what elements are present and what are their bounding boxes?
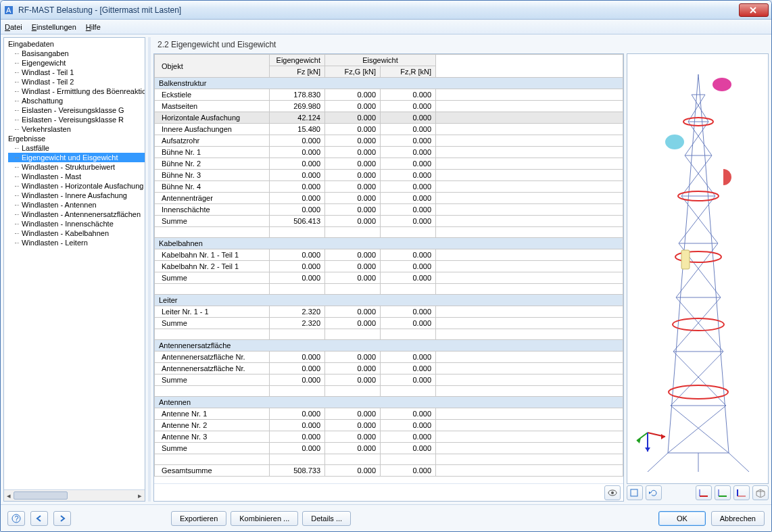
- cell-value: [325, 454, 381, 465]
- tree-item[interactable]: Eislasten - Vereisungsklasse R: [8, 115, 145, 124]
- table-row[interactable]: Summe0.0000.0000.000: [155, 443, 623, 454]
- tree-item[interactable]: Verkehrslasten: [8, 124, 145, 134]
- tree-item[interactable]: Abschattung: [8, 96, 145, 105]
- ok-button[interactable]: OK: [658, 511, 706, 526]
- axis-gizmo-icon: [637, 433, 665, 452]
- table-group-row[interactable]: Kabelbahnen: [155, 238, 623, 249]
- table-row[interactable]: Antennenträger0.0000.0000.000: [155, 193, 623, 204]
- table-group-row[interactable]: Antennen: [155, 397, 623, 408]
- tree-item[interactable]: Eislasten - Vereisungsklasse G: [8, 105, 145, 115]
- splitter[interactable]: [148, 37, 151, 502]
- tree-item[interactable]: Windlast - Teil 2: [8, 77, 145, 87]
- table-toolbar: [154, 483, 623, 501]
- tree-item[interactable]: Basisangaben: [8, 49, 145, 58]
- tree-item[interactable]: Windlasten - Mast: [8, 172, 145, 181]
- table-row[interactable]: [155, 386, 623, 397]
- model-viewer[interactable]: [627, 53, 769, 484]
- tree-item[interactable]: Windlasten - Strukturbeiwert: [8, 162, 145, 172]
- table-row[interactable]: [155, 329, 623, 340]
- sync-icon: [648, 488, 659, 498]
- table-row[interactable]: Bühne Nr. 40.0000.0000.000: [155, 181, 623, 193]
- table-row[interactable]: [155, 284, 623, 295]
- tree-item[interactable]: Windlast - Teil 1: [8, 68, 145, 77]
- tree-item[interactable]: Windlasten - Antennen: [8, 200, 145, 210]
- tree-item[interactable]: Windlasten - Kabelbahnen: [8, 228, 145, 238]
- details-button[interactable]: Details ...: [302, 511, 351, 526]
- table-row[interactable]: Mastseiten269.9800.0000.000: [155, 101, 623, 112]
- tree-item[interactable]: Windlasten - Antennenersatzflächen: [8, 210, 145, 219]
- tree[interactable]: Eingabedaten BasisangabenEigengewichtWin…: [4, 38, 145, 489]
- help-button[interactable]: ?: [7, 511, 25, 526]
- table-row[interactable]: [155, 227, 623, 238]
- table-row[interactable]: Summe2.3200.0000.000: [155, 318, 623, 329]
- cell-value: 0.000: [325, 420, 381, 431]
- table-row[interactable]: Bühne Nr. 10.0000.0000.000: [155, 147, 623, 158]
- table-row[interactable]: Summe506.4130.0000.000: [155, 216, 623, 227]
- table-row[interactable]: [155, 454, 623, 465]
- export-button[interactable]: Exportieren: [171, 511, 226, 526]
- table-row[interactable]: Bühne Nr. 30.0000.0000.000: [155, 170, 623, 181]
- next-page-button[interactable]: [53, 511, 71, 526]
- tree-group-results[interactable]: Ergebnisse: [4, 134, 145, 143]
- cancel-button[interactable]: Abbrechen: [711, 511, 765, 526]
- table-row[interactable]: Antennenersatzfläche Nr.0.0000.0000.000: [155, 352, 623, 363]
- table-row[interactable]: Horizontale Ausfachung42.1240.0000.000: [155, 112, 623, 124]
- table-row[interactable]: Antenne Nr. 20.0000.0000.000: [155, 420, 623, 431]
- table-row[interactable]: Gesamtsumme508.7330.0000.000: [155, 465, 623, 477]
- table-group-row[interactable]: Leiter: [155, 295, 623, 306]
- cell-value: 0.000: [325, 306, 381, 318]
- view-filter-button[interactable]: [604, 485, 621, 500]
- tree-horizontal-scrollbar[interactable]: ◂ ▸: [4, 489, 145, 501]
- table-row[interactable]: Aufsatzrohr0.0000.0000.000: [155, 135, 623, 147]
- scroll-thumb[interactable]: [14, 491, 68, 500]
- tree-item[interactable]: Windlasten - Innere Ausfachung: [8, 191, 145, 200]
- table-row[interactable]: Innere Ausfachungen15.4800.0000.000: [155, 124, 623, 135]
- scroll-right-icon[interactable]: ▸: [135, 490, 145, 501]
- tree-item[interactable]: Lastfälle: [8, 143, 145, 153]
- table-row[interactable]: Bühne Nr. 20.0000.0000.000: [155, 158, 623, 170]
- cell-value: 0.000: [325, 249, 381, 261]
- menu-file[interactable]: Datei: [5, 23, 22, 31]
- table-row[interactable]: Antenne Nr. 30.0000.0000.000: [155, 431, 623, 443]
- tree-item[interactable]: Windlast - Ermittlung des Böenreaktions: [8, 87, 145, 96]
- tree-item[interactable]: Windlasten - Leitern: [8, 238, 145, 247]
- table-row[interactable]: Antennenersatzfläche Nr.0.0000.0000.000: [155, 363, 623, 374]
- table-row[interactable]: Eckstiele178.8300.0000.000: [155, 89, 623, 101]
- table-row[interactable]: Kabelbahn Nr. 2 - Teil 10.0000.0000.000: [155, 261, 623, 272]
- cell-value: 0.000: [325, 124, 381, 135]
- table-row[interactable]: Innenschächte0.0000.0000.000: [155, 204, 623, 216]
- cell-value: [381, 284, 436, 295]
- tree-item[interactable]: Eigengewicht: [8, 58, 145, 68]
- table-row[interactable]: Summe0.0000.0000.000: [155, 272, 623, 284]
- table-group-row[interactable]: Balkenstruktur: [155, 78, 623, 89]
- table-row[interactable]: Summe0.0000.0000.000: [155, 374, 623, 386]
- results-table[interactable]: Objekt Eigengewicht Eisgewicht Fz [kN] F…: [154, 54, 623, 477]
- prev-page-button[interactable]: [30, 511, 48, 526]
- tower-render: [627, 54, 769, 473]
- tree-item[interactable]: Windlasten - Horizontale Ausfachung: [8, 181, 145, 191]
- cell-object: Bühne Nr. 1: [155, 147, 270, 158]
- view-iso-button[interactable]: [752, 485, 769, 500]
- cell-value: 0.000: [270, 204, 325, 216]
- table-row[interactable]: Antenne Nr. 10.0000.0000.000: [155, 408, 623, 420]
- tree-group-input[interactable]: Eingabedaten: [4, 39, 145, 49]
- menu-settings[interactable]: Einstellungen: [32, 23, 76, 31]
- scroll-left-icon[interactable]: ◂: [4, 490, 14, 501]
- tree-item[interactable]: Windlasten - Innenschächte: [8, 219, 145, 228]
- table-row[interactable]: Leiter Nr. 1 - 12.3200.0000.000: [155, 306, 623, 318]
- cell-value: 0.000: [381, 374, 436, 386]
- table-group-row[interactable]: Antennenersatzfläche: [155, 340, 623, 352]
- viewer-tool-2-button[interactable]: [646, 485, 662, 500]
- tree-item[interactable]: Eigengewicht und Eisgewicht: [8, 153, 145, 162]
- viewer-tool-1-button[interactable]: [627, 485, 643, 500]
- view-y-button[interactable]: [715, 485, 731, 500]
- view-x-button[interactable]: [696, 485, 712, 500]
- cell-value: [436, 124, 623, 135]
- close-button[interactable]: [739, 3, 769, 17]
- combine-button[interactable]: Kombinieren ...: [231, 511, 298, 526]
- menu-help[interactable]: Hilfe: [86, 23, 101, 31]
- view-z-button[interactable]: [733, 485, 750, 500]
- results-table-container: Objekt Eigengewicht Eisgewicht Fz [kN] F…: [153, 53, 624, 502]
- antenna-panel-icon: [681, 250, 690, 269]
- table-row[interactable]: Kabelbahn Nr. 1 - Teil 10.0000.0000.000: [155, 249, 623, 261]
